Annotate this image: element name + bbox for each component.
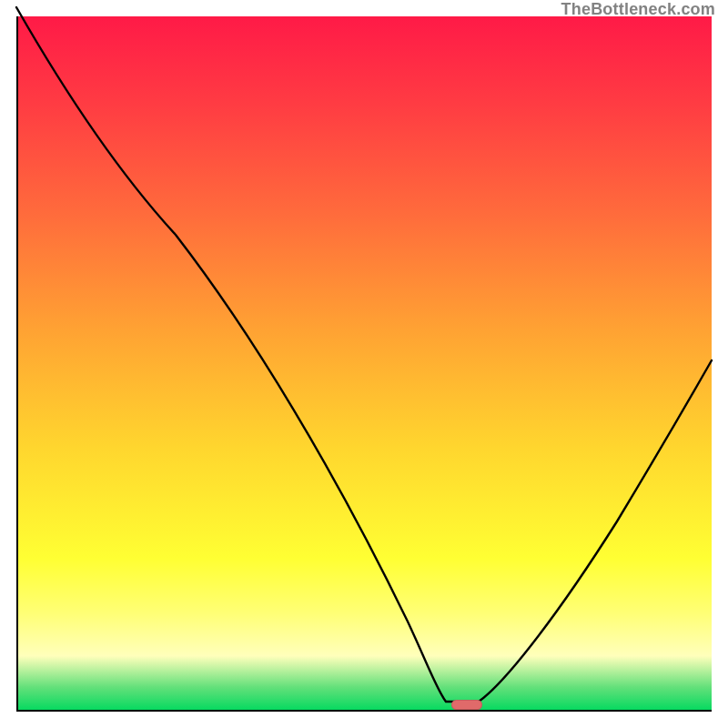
watermark-text: TheBottleneck.com (561, 0, 715, 19)
optimal-marker (451, 700, 482, 710)
chart-stage: TheBottleneck.com (0, 0, 728, 728)
bottleneck-curve (16, 16, 712, 712)
curve-path (16, 7, 712, 702)
